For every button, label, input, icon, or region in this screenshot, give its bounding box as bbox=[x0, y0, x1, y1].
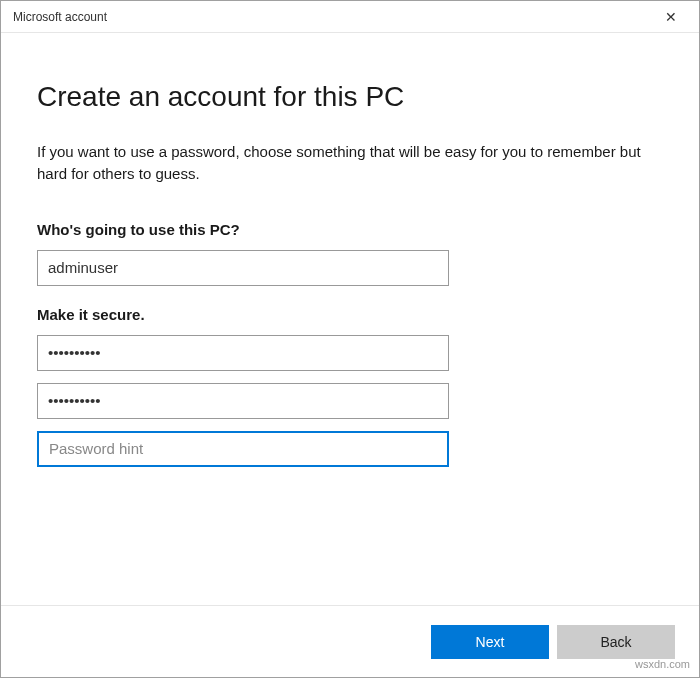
close-button[interactable]: ✕ bbox=[651, 3, 691, 31]
window-title: Microsoft account bbox=[13, 10, 107, 24]
username-input[interactable] bbox=[37, 250, 449, 286]
next-button[interactable]: Next bbox=[431, 625, 549, 659]
username-section: Who's going to use this PC? bbox=[37, 221, 663, 286]
dialog-window: Microsoft account ✕ Create an account fo… bbox=[0, 0, 700, 678]
password-section: Make it secure. bbox=[37, 306, 663, 467]
close-icon: ✕ bbox=[665, 9, 677, 25]
page-title: Create an account for this PC bbox=[37, 81, 663, 113]
password-input[interactable] bbox=[37, 335, 449, 371]
title-bar: Microsoft account ✕ bbox=[1, 1, 699, 33]
watermark-text: wsxdn.com bbox=[635, 658, 690, 670]
back-button[interactable]: Back bbox=[557, 625, 675, 659]
username-label: Who's going to use this PC? bbox=[37, 221, 663, 238]
footer: Next Back bbox=[1, 605, 699, 677]
password-hint-input[interactable] bbox=[37, 431, 449, 467]
password-section-label: Make it secure. bbox=[37, 306, 663, 323]
page-description: If you want to use a password, choose so… bbox=[37, 141, 663, 185]
content-area: Create an account for this PC If you wan… bbox=[1, 33, 699, 605]
confirm-password-input[interactable] bbox=[37, 383, 449, 419]
